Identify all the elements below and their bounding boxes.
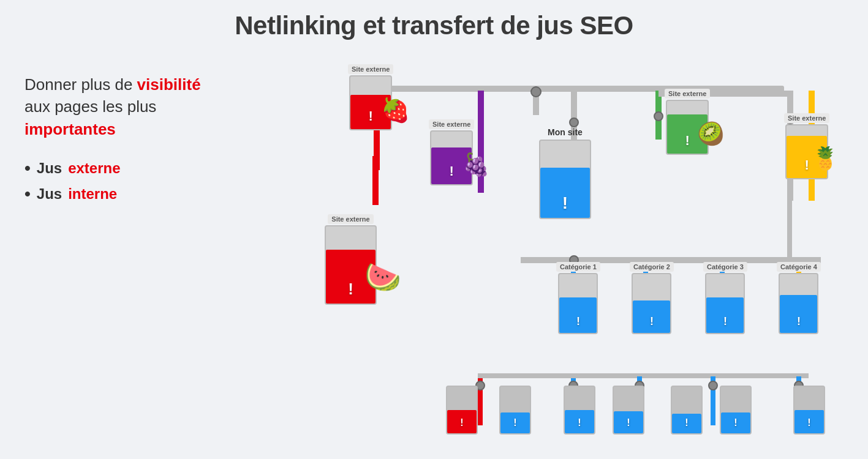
left-panel: Donner plus de visibilité aux pages les …: [25, 73, 221, 210]
tank-exclaim-green: !: [685, 133, 690, 149]
tank-body-mid: !: [430, 130, 473, 185]
tank-body-bottom-2: !: [499, 386, 531, 435]
tank-categorie3: Catégorie 3 !: [703, 262, 747, 334]
tank-exclaim-yellow: !: [805, 157, 809, 173]
svg-rect-8: [478, 156, 484, 193]
description: Donner plus de visibilité aux pages les …: [25, 73, 221, 140]
svg-point-35: [709, 381, 717, 390]
tank-exclaim-bottom-4: !: [627, 417, 630, 428]
svg-rect-0: [355, 86, 784, 92]
tank-body-left: !: [325, 225, 377, 305]
tank-exclaim-cat3: !: [723, 315, 727, 328]
tank-bottom-2: !: [499, 386, 531, 435]
tank-exclaim-bottom-3: !: [578, 417, 581, 428]
bullet-externe-text: Jus: [37, 160, 62, 177]
tank-label-cat1: Catégorie 1: [556, 262, 600, 272]
tank-label-green: Site externe: [665, 89, 710, 99]
tank-exclaim-bottom-7: !: [807, 417, 810, 428]
tank-site-externe-top-left: Site externe !: [348, 64, 393, 130]
svg-rect-25: [787, 199, 792, 260]
tank-exclaim-left: !: [348, 280, 353, 299]
desc-part2: aux pages les plus: [25, 97, 156, 116]
svg-rect-9: [655, 91, 662, 140]
tank-site-externe-mid: Site externe !: [429, 119, 474, 185]
tank-exclaim-mon-site: !: [562, 193, 568, 213]
tank-categorie4: Catégorie 4 !: [777, 262, 821, 334]
tank-body-cat2: !: [632, 273, 671, 334]
svg-point-2: [531, 87, 541, 97]
svg-rect-31: [478, 376, 483, 425]
tank-body-bottom-3: !: [564, 386, 595, 435]
tank-exclaim-bottom-1: !: [460, 417, 463, 428]
tank-exclaim-cat4: !: [797, 315, 801, 328]
tank-exclaim-mid: !: [450, 163, 454, 179]
mon-site-label: Mon site: [548, 127, 583, 137]
page-title: Netlinking et transfert de jus SEO: [0, 0, 868, 40]
tank-body-bottom-5: !: [671, 386, 703, 435]
svg-rect-7: [372, 156, 379, 205]
tank-body-bottom-6: !: [720, 386, 752, 435]
bullet-externe-highlight: externe: [68, 160, 120, 177]
tank-label-cat2: Catégorie 2: [630, 262, 674, 272]
svg-rect-26: [570, 373, 809, 378]
tank-exclaim-top-left: !: [369, 108, 373, 124]
tank-label-yellow: Site externe: [784, 113, 829, 123]
bullet-list: Jus externe Jus interne: [25, 159, 221, 204]
svg-rect-33: [478, 373, 576, 378]
tank-bottom-7: !: [793, 386, 825, 435]
tank-label-mid: Site externe: [429, 119, 474, 129]
tank-body-yellow: !: [785, 124, 828, 179]
svg-rect-34: [711, 376, 715, 425]
tank-bottom-5: !: [671, 386, 703, 435]
tank-site-externe-yellow: Site externe !: [784, 113, 829, 179]
bullet-externe: Jus externe: [25, 159, 221, 178]
tank-body-green: !: [666, 100, 709, 155]
highlight-importantes: importantes: [25, 120, 116, 138]
tank-label-cat3: Catégorie 3: [703, 262, 747, 272]
bullet-interne-highlight: interne: [68, 185, 117, 203]
svg-rect-4: [478, 91, 484, 170]
tank-body-cat4: !: [779, 273, 818, 334]
tank-site-externe-left: Site externe !: [325, 214, 377, 305]
tank-categorie2: Catégorie 2 !: [630, 262, 674, 334]
tank-bottom-1: !: [446, 386, 478, 435]
desc-part1: Donner plus de: [25, 75, 137, 94]
tank-body-mon-site: !: [539, 140, 591, 219]
svg-rect-1: [533, 91, 539, 115]
tank-categorie1: Catégorie 1 !: [556, 262, 600, 334]
tank-label-left: Site externe: [328, 214, 373, 224]
bullet-interne: Jus interne: [25, 184, 221, 204]
tank-body-top-left: !: [349, 75, 392, 130]
tank-bottom-3: !: [564, 386, 595, 435]
bullet-interne-text: Jus: [37, 185, 62, 203]
tank-exclaim-bottom-5: !: [685, 417, 688, 428]
tank-label-top-left: Site externe: [348, 64, 393, 74]
tank-exclaim-cat1: !: [576, 315, 580, 328]
tank-site-externe-green: Site externe !: [665, 89, 710, 155]
tank-exclaim-bottom-6: !: [734, 417, 737, 428]
highlight-visibilite: visibilité: [137, 75, 201, 94]
svg-point-6: [570, 118, 578, 127]
tank-bottom-6: !: [720, 386, 752, 435]
tank-body-bottom-4: !: [613, 386, 644, 435]
tank-bottom-4: !: [613, 386, 644, 435]
svg-point-10: [654, 112, 663, 121]
tank-body-cat1: !: [558, 273, 598, 334]
tank-exclaim-bottom-2: !: [513, 417, 516, 428]
tank-exclaim-cat2: !: [650, 315, 654, 328]
tank-body-bottom-1: !: [446, 386, 478, 435]
tank-label-cat4: Catégorie 4: [777, 262, 821, 272]
tank-body-bottom-7: !: [793, 386, 825, 435]
tank-mon-site: Mon site !: [539, 127, 591, 219]
tank-body-cat3: !: [705, 273, 745, 334]
